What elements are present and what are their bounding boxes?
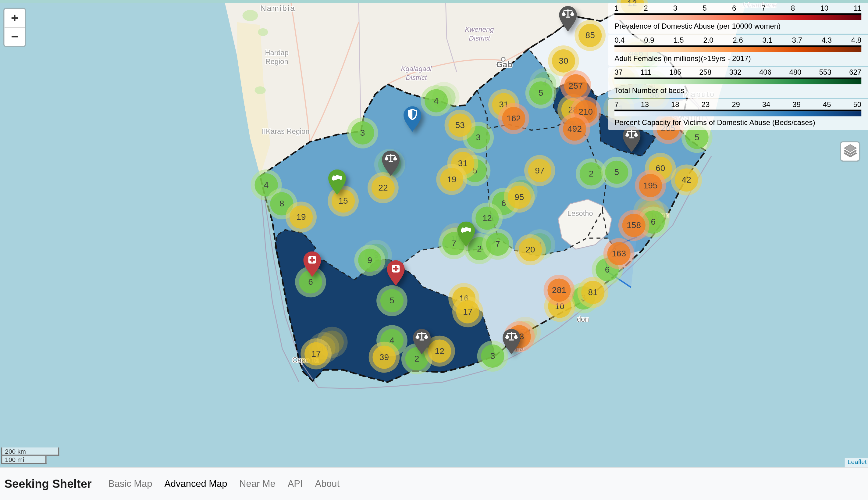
- medical-pin-marker[interactable]: [387, 260, 405, 286]
- cluster-count: 163: [607, 242, 630, 265]
- vegetation-patch: [243, 10, 258, 21]
- cluster-count: 30: [552, 49, 575, 72]
- layers-icon: [843, 143, 857, 160]
- map-label: Hardap Region: [265, 48, 288, 67]
- legend-panel: 71318232934394550Percent Capacity for Vi…: [608, 99, 868, 130]
- scales-icon: [382, 151, 400, 176]
- shield-pin-marker[interactable]: [404, 106, 421, 132]
- cluster-marker[interactable]: 5: [377, 285, 407, 316]
- cluster-marker[interactable]: 85: [575, 20, 605, 51]
- legend-gradient-bar: [614, 78, 861, 84]
- cluster-marker[interactable]: 3: [347, 117, 378, 148]
- cluster-count: 5: [529, 81, 552, 105]
- scales-icon: [413, 329, 431, 355]
- cluster-count: 3: [351, 121, 374, 145]
- cluster-marker[interactable]: 7: [482, 229, 513, 260]
- cluster-count: 5: [380, 289, 404, 312]
- scale-mi: 100 mi: [1, 456, 47, 464]
- zoom-out-button[interactable]: −: [4, 28, 25, 46]
- cluster-marker[interactable]: 97: [524, 155, 555, 186]
- cluster-count: 195: [639, 174, 662, 197]
- cluster-marker[interactable]: 5: [601, 157, 633, 188]
- legend-panel: 37111185258332406480553627Total Number o…: [608, 67, 868, 98]
- legend-gradient-bar: [614, 13, 861, 20]
- cluster-count: 85: [578, 24, 602, 47]
- cluster-marker[interactable]: 22: [368, 172, 398, 203]
- cluster-marker[interactable]: 19: [436, 164, 467, 195]
- nav-link-about[interactable]: About: [315, 478, 339, 489]
- cluster-marker[interactable]: 42: [671, 164, 702, 195]
- legend-ticks: 37111185258332406480553627: [614, 68, 861, 78]
- cluster-marker[interactable]: 20: [515, 234, 546, 265]
- layers-control-button[interactable]: [840, 141, 860, 162]
- handshake-icon: [328, 170, 346, 195]
- cluster-count: 281: [547, 279, 570, 302]
- scales-pin-marker[interactable]: [502, 329, 520, 355]
- cluster-count: 81: [581, 281, 604, 304]
- cluster-marker[interactable]: 281: [544, 275, 575, 306]
- medical-pin-marker[interactable]: [303, 251, 321, 277]
- cluster-marker[interactable]: 17: [452, 296, 483, 328]
- cluster-count: 12: [475, 206, 499, 230]
- scales-pin-marker[interactable]: [413, 329, 431, 355]
- legend-gradient-bar: [614, 110, 861, 116]
- brand-title[interactable]: Seeking Shelter: [4, 477, 92, 491]
- cluster-count: 42: [675, 168, 698, 192]
- scales-icon: [559, 6, 577, 32]
- map-label: Kgalagadi District: [401, 65, 431, 82]
- legend-ticks: 12356781011: [614, 4, 861, 13]
- zoom-control: + −: [3, 8, 26, 47]
- map-edge-strip: [0, 0, 868, 3]
- leaflet-attribution-link[interactable]: Leaflet: [848, 458, 867, 465]
- scale-control: 200 km 100 mi: [1, 447, 59, 464]
- zoom-in-button[interactable]: +: [4, 9, 25, 28]
- nav-links: Basic MapAdvanced MapNear MeAPIAbout: [108, 478, 352, 489]
- cluster-marker[interactable]: 39: [369, 342, 400, 373]
- legend-caption: Total Number of beds: [614, 86, 861, 94]
- navbar: Seeking Shelter Basic MapAdvanced MapNea…: [0, 467, 868, 500]
- cluster-count: 257: [564, 74, 587, 97]
- vegetation-patch: [255, 86, 266, 94]
- cluster-marker[interactable]: 158: [618, 210, 649, 241]
- cluster-marker[interactable]: 19: [286, 202, 317, 232]
- handshake-pin-marker[interactable]: [457, 221, 475, 247]
- cluster-count: 19: [440, 168, 463, 191]
- legend-ticks: 71318232934394550: [614, 100, 861, 110]
- cluster-marker[interactable]: 53: [445, 110, 476, 141]
- map-label: Kweneng District: [465, 26, 494, 43]
- cluster-count: 9: [358, 249, 381, 272]
- cluster-marker[interactable]: 5: [525, 78, 556, 109]
- cluster-count: 5: [605, 161, 628, 184]
- map-canvas[interactable]: NamibiaHardap RegionIIKaras RegionKwenen…: [0, 0, 868, 467]
- cluster-marker[interactable]: 9: [354, 245, 385, 276]
- map-label: IIKaras Region: [262, 127, 309, 137]
- cluster-marker[interactable]: 95: [504, 182, 535, 213]
- cluster-marker[interactable]: 162: [498, 103, 529, 134]
- cluster-count: 12: [428, 339, 451, 363]
- legend-caption: Prevalence of Domestic Abuse (per 10000 …: [614, 22, 861, 31]
- cluster-count: 3: [481, 344, 504, 368]
- cluster-count: 22: [371, 176, 395, 200]
- nav-link-advanced-map[interactable]: Advanced Map: [164, 478, 227, 489]
- cluster-count: 95: [508, 185, 531, 208]
- cluster-marker[interactable]: 492: [559, 113, 590, 145]
- map-label: don: [577, 315, 589, 324]
- shield-icon: [404, 106, 421, 132]
- cluster-marker[interactable]: 81: [577, 277, 608, 308]
- cluster-count: 492: [563, 117, 586, 140]
- legend-panel: 0.40.91.52.02.63.13.74.34.8Adult Females…: [608, 35, 868, 66]
- nav-link-api[interactable]: API: [288, 478, 303, 489]
- nav-link-near-me[interactable]: Near Me: [239, 478, 275, 489]
- map-label: Lesotho: [567, 209, 593, 218]
- cluster-marker[interactable]: 4: [420, 86, 452, 116]
- cluster-count: 7: [486, 232, 509, 256]
- cluster-marker[interactable]: 163: [603, 238, 635, 269]
- cluster-count: 158: [622, 214, 646, 237]
- scales-pin-marker[interactable]: [559, 6, 577, 32]
- handshake-pin-marker[interactable]: [328, 170, 346, 195]
- cluster-marker[interactable]: 17: [301, 338, 332, 370]
- nav-link-basic-map[interactable]: Basic Map: [108, 478, 152, 489]
- vegetation-patch: [258, 29, 268, 36]
- scales-pin-marker[interactable]: [382, 151, 400, 176]
- cluster-marker[interactable]: 195: [635, 170, 666, 201]
